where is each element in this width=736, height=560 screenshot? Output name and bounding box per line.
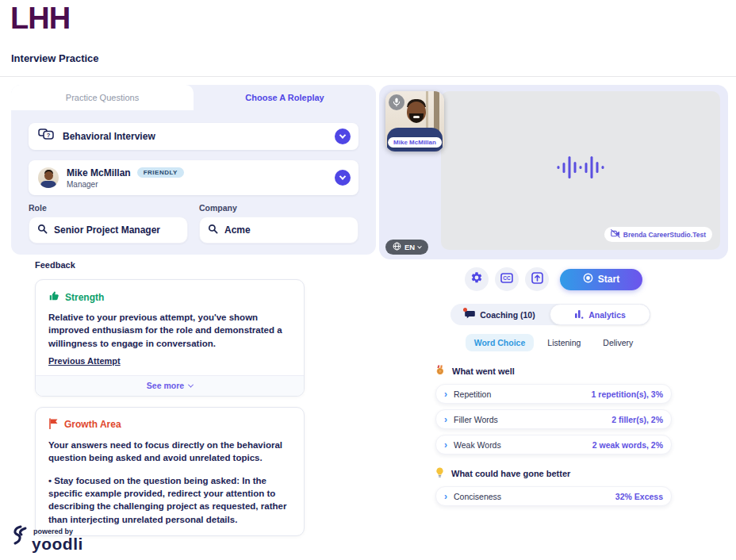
metric-row-filler-words[interactable]: › Filler Words 2 filler(s), 2% (435, 409, 672, 429)
scenario-label: Behavioral Interview (63, 131, 155, 142)
metric-value: 2 weak words, 2% (592, 440, 663, 450)
search-icon (208, 223, 218, 237)
metric-row-conciseness[interactable]: › Conciseness 32% Excess (435, 486, 672, 506)
language-label: EN (404, 243, 415, 251)
chevron-down-icon (417, 244, 422, 248)
metric-label: Weak Words (454, 440, 501, 450)
tab-coaching[interactable]: Coaching (10) (450, 304, 550, 325)
chevron-right-icon: › (444, 440, 447, 450)
role-input-box (29, 217, 188, 244)
header-divider (0, 76, 736, 77)
tab-choose-a-roleplay[interactable]: Choose A Roleplay (194, 85, 376, 110)
role-input[interactable] (54, 224, 179, 236)
search-icon (37, 223, 48, 237)
role-company-fields: Role Company (29, 203, 358, 244)
chevron-down-icon (339, 132, 346, 138)
share-button[interactable] (525, 267, 549, 291)
flag-icon (48, 418, 59, 432)
chevron-right-icon: › (444, 389, 447, 399)
growth-bullet-bold: • Stay focused on the question being ask… (48, 476, 236, 485)
feedback-section: Feedback Strength Relative to your previ… (35, 260, 305, 536)
interview-practice-page: LHH Interview Practice Practice Question… (0, 0, 736, 560)
gone-better-heading-row: What could have gone better (435, 467, 672, 479)
see-more-button[interactable]: See more (36, 375, 304, 396)
svg-text:?: ? (47, 132, 51, 139)
metric-value: 32% Excess (615, 492, 663, 501)
strength-card: Strength Relative to your previous attem… (35, 279, 305, 397)
gone-better-heading: What could have gone better (451, 469, 570, 478)
chat-bubbles-icon: ? (38, 128, 55, 144)
setup-panel-body: ? Behavioral Interview Mike McMillan FRI… (11, 110, 376, 255)
metric-row-repetition[interactable]: › Repetition 1 repetition(s), 3% (435, 384, 672, 404)
coach-video-thumbnail[interactable]: Mike McMillan (385, 91, 444, 152)
chevron-right-icon: › (444, 492, 447, 501)
went-well-heading-row: What went well (435, 365, 672, 377)
persona-text: Mike McMillan FRIENDLY Manager (67, 167, 184, 189)
company-field-label: Company (199, 203, 358, 213)
language-selector[interactable]: EN (385, 240, 428, 255)
audio-waveform (558, 156, 604, 178)
coaching-analytics-tabs: Coaching (10) Analytics (450, 304, 650, 325)
subtab-word-choice[interactable]: Word Choice (466, 334, 535, 351)
captions-icon: CC (500, 272, 513, 286)
start-button[interactable]: Start (560, 269, 642, 290)
tab-practice-questions[interactable]: Practice Questions (11, 85, 194, 110)
role-field-label: Role (29, 203, 188, 213)
avatar (38, 167, 59, 188)
subtab-delivery[interactable]: Delivery (594, 334, 642, 351)
persona-select[interactable]: Mike McMillan FRIENDLY Manager (29, 160, 358, 195)
metric-row-weak-words[interactable]: › Weak Words 2 weak words, 2% (435, 435, 672, 455)
growth-body: Your answers need to focus directly on t… (48, 439, 291, 465)
bar-chart-icon (574, 309, 584, 320)
chevron-down-icon (339, 173, 346, 179)
analytics-subtabs: Word Choice Listening Delivery (379, 334, 728, 351)
camera-off-icon (611, 229, 620, 240)
medal-icon (435, 365, 445, 377)
lhh-logo: LHH (10, 2, 70, 36)
scenario-expand-button[interactable] (335, 128, 351, 144)
lightbulb-icon (435, 467, 444, 479)
growth-area-card: Growth Area Your answers need to focus d… (35, 407, 305, 536)
metric-label: Repetition (454, 389, 491, 399)
start-label: Start (598, 274, 619, 285)
setup-tabbar: Practice Questions Choose A Roleplay (11, 85, 376, 110)
tab-analytics[interactable]: Analytics (550, 304, 650, 325)
session-controls: CC Start (379, 267, 728, 291)
went-well-heading: What went well (452, 366, 515, 376)
session-column: Brenda CareerStudio.Test Mike McMillan (379, 85, 728, 512)
feedback-heading: Feedback (35, 260, 305, 270)
scenario-select[interactable]: ? Behavioral Interview (29, 123, 358, 150)
persona-badge: FRIENDLY (137, 167, 184, 178)
see-more-label: See more (147, 381, 184, 390)
chevron-right-icon: › (444, 415, 447, 424)
coach-name-pill: Mike McMillan (388, 137, 442, 148)
analytics-tab-label: Analytics (588, 310, 626, 320)
subtab-listening[interactable]: Listening (539, 334, 589, 351)
gear-icon (470, 271, 483, 287)
share-upload-icon (531, 272, 543, 287)
video-panel: Brenda CareerStudio.Test Mike McMillan (379, 85, 728, 259)
growth-bullet: • Stay focused on the question being ask… (48, 474, 291, 526)
settings-button[interactable] (465, 267, 489, 291)
metric-label: Conciseness (454, 492, 501, 501)
yoodli-wordmark: yoodli (32, 535, 83, 552)
strength-title: Strength (65, 292, 104, 303)
growth-title: Growth Area (64, 419, 121, 430)
persona-name: Mike McMillan (67, 167, 131, 178)
company-input-box (199, 217, 358, 244)
previous-attempt-link[interactable]: Previous Attempt (48, 356, 121, 366)
coaching-tab-label: Coaching (10) (480, 310, 535, 320)
company-input[interactable] (224, 224, 350, 236)
persona-expand-button[interactable] (335, 170, 351, 186)
metric-label: Filler Words (454, 415, 498, 424)
chevron-down-icon (188, 382, 194, 388)
captions-button[interactable]: CC (495, 267, 519, 291)
metric-value: 2 filler(s), 2% (611, 415, 663, 424)
mic-icon (389, 94, 404, 110)
analytics-results: What went well › Repetition 1 repetition… (435, 365, 672, 506)
persona-role: Manager (67, 180, 184, 189)
powered-by-yoodli: powered by yoodli (10, 522, 83, 552)
participant-watermark: Brenda CareerStudio.Test (604, 227, 712, 242)
watermark-label: Brenda CareerStudio.Test (623, 231, 706, 239)
record-icon (583, 273, 593, 286)
